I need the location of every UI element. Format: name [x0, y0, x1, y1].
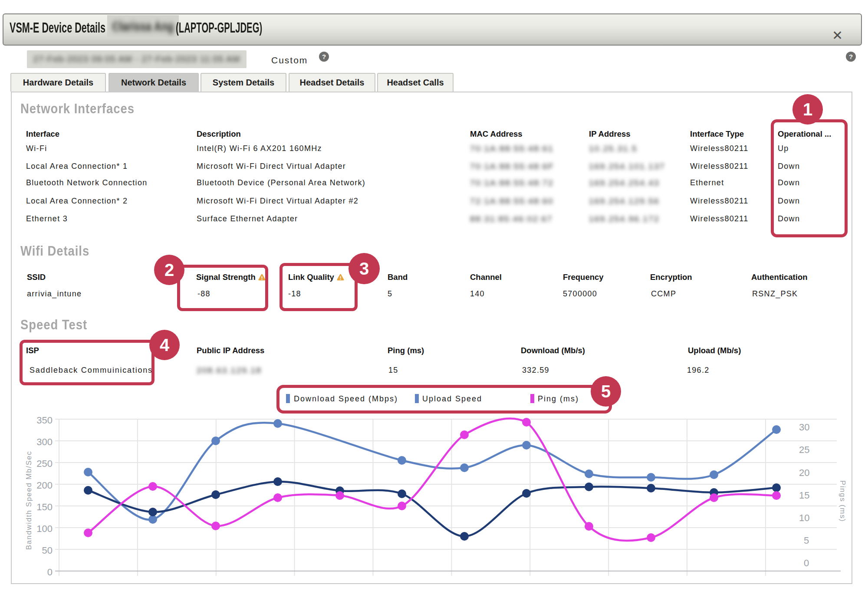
svg-text:100: 100 — [36, 523, 53, 534]
svg-text:0: 0 — [804, 558, 809, 568]
svg-text:Bandwidth Speed Mb/Sec: Bandwidth Speed Mb/Sec — [25, 451, 33, 550]
svg-text:5: 5 — [804, 535, 809, 546]
svg-text:30: 30 — [799, 422, 809, 433]
svg-text:20: 20 — [799, 467, 809, 478]
svg-text:15: 15 — [799, 490, 809, 501]
svg-text:150: 150 — [36, 502, 53, 512]
svg-text:25: 25 — [799, 444, 809, 455]
svg-text:300: 300 — [36, 437, 53, 447]
svg-text:0: 0 — [47, 567, 53, 578]
svg-text:350: 350 — [36, 415, 53, 426]
svg-text:Pings (ms): Pings (ms) — [838, 480, 847, 522]
svg-text:10: 10 — [799, 512, 809, 523]
svg-text:250: 250 — [36, 458, 53, 469]
svg-text:50: 50 — [42, 545, 53, 556]
svg-text:200: 200 — [36, 480, 53, 491]
